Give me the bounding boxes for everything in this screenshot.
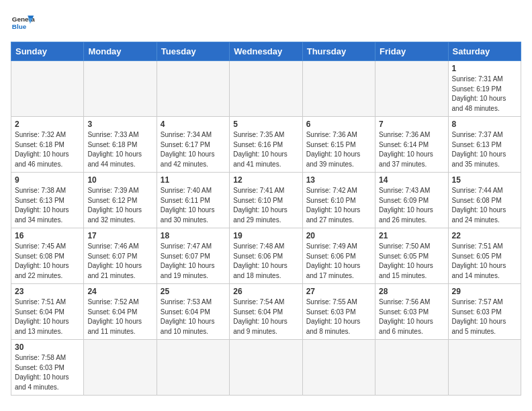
calendar-cell: 25Sunrise: 7:53 AM Sunset: 6:04 PM Dayli… bbox=[157, 284, 229, 340]
calendar-cell: 30Sunrise: 7:58 AM Sunset: 6:03 PM Dayli… bbox=[11, 340, 84, 396]
day-info: Sunrise: 7:36 AM Sunset: 6:15 PM Dayligh… bbox=[306, 130, 371, 169]
day-number: 14 bbox=[379, 175, 444, 185]
calendar-cell: 24Sunrise: 7:52 AM Sunset: 6:04 PM Dayli… bbox=[84, 284, 157, 340]
week-row-3: 16Sunrise: 7:45 AM Sunset: 6:08 PM Dayli… bbox=[11, 228, 521, 284]
week-row-4: 23Sunrise: 7:51 AM Sunset: 6:04 PM Dayli… bbox=[11, 284, 521, 340]
calendar-cell: 3Sunrise: 7:33 AM Sunset: 6:18 PM Daylig… bbox=[84, 117, 157, 173]
day-number: 1 bbox=[452, 64, 517, 73]
day-number: 20 bbox=[306, 231, 371, 240]
weekday-header-saturday: Saturday bbox=[448, 42, 521, 61]
day-info: Sunrise: 7:34 AM Sunset: 6:17 PM Dayligh… bbox=[161, 130, 226, 169]
day-number: 15 bbox=[452, 175, 517, 185]
day-number: 25 bbox=[161, 287, 226, 296]
day-number: 30 bbox=[15, 342, 80, 352]
calendar-cell: 27Sunrise: 7:55 AM Sunset: 6:03 PM Dayli… bbox=[302, 284, 375, 340]
header: General Blue bbox=[11, 11, 521, 35]
week-row-2: 9Sunrise: 7:38 AM Sunset: 6:13 PM Daylig… bbox=[11, 173, 521, 228]
day-number: 23 bbox=[15, 287, 80, 296]
weekday-header-friday: Friday bbox=[375, 42, 448, 61]
day-info: Sunrise: 7:54 AM Sunset: 6:04 PM Dayligh… bbox=[233, 298, 298, 336]
day-number: 21 bbox=[379, 231, 444, 240]
day-number: 6 bbox=[306, 120, 371, 129]
day-number: 19 bbox=[233, 231, 298, 240]
day-info: Sunrise: 7:32 AM Sunset: 6:18 PM Dayligh… bbox=[15, 130, 80, 169]
calendar-cell bbox=[302, 61, 375, 117]
calendar-cell: 9Sunrise: 7:38 AM Sunset: 6:13 PM Daylig… bbox=[11, 173, 84, 228]
day-number: 24 bbox=[87, 287, 152, 296]
calendar-cell: 13Sunrise: 7:42 AM Sunset: 6:10 PM Dayli… bbox=[302, 173, 375, 228]
day-number: 16 bbox=[15, 231, 80, 240]
calendar-cell bbox=[11, 61, 84, 117]
day-info: Sunrise: 7:57 AM Sunset: 6:03 PM Dayligh… bbox=[452, 298, 517, 336]
day-number: 10 bbox=[87, 175, 152, 185]
calendar-cell bbox=[157, 61, 229, 117]
weekday-header-sunday: Sunday bbox=[11, 42, 84, 61]
day-info: Sunrise: 7:41 AM Sunset: 6:10 PM Dayligh… bbox=[233, 186, 298, 225]
day-number: 26 bbox=[233, 287, 298, 296]
calendar-cell bbox=[84, 61, 157, 117]
day-info: Sunrise: 7:31 AM Sunset: 6:19 PM Dayligh… bbox=[452, 75, 517, 113]
calendar-cell: 4Sunrise: 7:34 AM Sunset: 6:17 PM Daylig… bbox=[157, 117, 229, 173]
day-number: 4 bbox=[161, 120, 226, 129]
calendar-cell bbox=[302, 340, 375, 396]
day-info: Sunrise: 7:47 AM Sunset: 6:07 PM Dayligh… bbox=[161, 242, 226, 281]
day-info: Sunrise: 7:36 AM Sunset: 6:14 PM Dayligh… bbox=[379, 130, 444, 169]
svg-text:Blue: Blue bbox=[12, 23, 27, 30]
calendar-cell: 20Sunrise: 7:49 AM Sunset: 6:06 PM Dayli… bbox=[302, 228, 375, 284]
day-info: Sunrise: 7:48 AM Sunset: 6:06 PM Dayligh… bbox=[233, 242, 298, 281]
day-number: 29 bbox=[452, 287, 517, 296]
logo: General Blue bbox=[11, 11, 35, 35]
day-info: Sunrise: 7:33 AM Sunset: 6:18 PM Dayligh… bbox=[87, 130, 152, 169]
day-number: 12 bbox=[233, 175, 298, 185]
calendar-cell bbox=[230, 61, 302, 117]
calendar-cell: 12Sunrise: 7:41 AM Sunset: 6:10 PM Dayli… bbox=[230, 173, 302, 228]
day-info: Sunrise: 7:50 AM Sunset: 6:05 PM Dayligh… bbox=[379, 242, 444, 281]
day-info: Sunrise: 7:55 AM Sunset: 6:03 PM Dayligh… bbox=[306, 298, 371, 336]
calendar-cell: 19Sunrise: 7:48 AM Sunset: 6:06 PM Dayli… bbox=[230, 228, 302, 284]
calendar-cell bbox=[375, 61, 448, 117]
calendar-cell bbox=[84, 340, 157, 396]
day-info: Sunrise: 7:38 AM Sunset: 6:13 PM Dayligh… bbox=[15, 186, 80, 225]
calendar-cell: 16Sunrise: 7:45 AM Sunset: 6:08 PM Dayli… bbox=[11, 228, 84, 284]
calendar-cell: 7Sunrise: 7:36 AM Sunset: 6:14 PM Daylig… bbox=[375, 117, 448, 173]
day-info: Sunrise: 7:53 AM Sunset: 6:04 PM Dayligh… bbox=[161, 298, 226, 336]
day-number: 8 bbox=[452, 120, 517, 129]
calendar-cell bbox=[157, 340, 229, 396]
calendar-cell bbox=[448, 340, 521, 396]
calendar-cell: 11Sunrise: 7:40 AM Sunset: 6:11 PM Dayli… bbox=[157, 173, 229, 228]
day-number: 13 bbox=[306, 175, 371, 185]
day-number: 27 bbox=[306, 287, 371, 296]
calendar-cell: 23Sunrise: 7:51 AM Sunset: 6:04 PM Dayli… bbox=[11, 284, 84, 340]
calendar-cell: 5Sunrise: 7:35 AM Sunset: 6:16 PM Daylig… bbox=[230, 117, 302, 173]
day-number: 2 bbox=[15, 120, 80, 129]
calendar-cell: 10Sunrise: 7:39 AM Sunset: 6:12 PM Dayli… bbox=[84, 173, 157, 228]
day-number: 11 bbox=[161, 175, 226, 185]
day-info: Sunrise: 7:44 AM Sunset: 6:08 PM Dayligh… bbox=[452, 186, 517, 225]
day-info: Sunrise: 7:39 AM Sunset: 6:12 PM Dayligh… bbox=[87, 186, 152, 225]
day-info: Sunrise: 7:43 AM Sunset: 6:09 PM Dayligh… bbox=[379, 186, 444, 225]
day-number: 17 bbox=[87, 231, 152, 240]
logo-icon: General Blue bbox=[11, 11, 35, 35]
day-info: Sunrise: 7:45 AM Sunset: 6:08 PM Dayligh… bbox=[15, 242, 80, 281]
day-number: 22 bbox=[452, 231, 517, 240]
day-info: Sunrise: 7:56 AM Sunset: 6:03 PM Dayligh… bbox=[379, 298, 444, 336]
calendar-cell: 21Sunrise: 7:50 AM Sunset: 6:05 PM Dayli… bbox=[375, 228, 448, 284]
day-info: Sunrise: 7:52 AM Sunset: 6:04 PM Dayligh… bbox=[87, 298, 152, 336]
week-row-1: 2Sunrise: 7:32 AM Sunset: 6:18 PM Daylig… bbox=[11, 117, 521, 173]
calendar-cell: 1Sunrise: 7:31 AM Sunset: 6:19 PM Daylig… bbox=[448, 61, 521, 117]
day-number: 7 bbox=[379, 120, 444, 129]
day-number: 9 bbox=[15, 175, 80, 185]
calendar-cell: 2Sunrise: 7:32 AM Sunset: 6:18 PM Daylig… bbox=[11, 117, 84, 173]
calendar-cell: 26Sunrise: 7:54 AM Sunset: 6:04 PM Dayli… bbox=[230, 284, 302, 340]
weekday-header-tuesday: Tuesday bbox=[157, 42, 229, 61]
day-info: Sunrise: 7:40 AM Sunset: 6:11 PM Dayligh… bbox=[161, 186, 226, 225]
calendar-cell: 18Sunrise: 7:47 AM Sunset: 6:07 PM Dayli… bbox=[157, 228, 229, 284]
day-info: Sunrise: 7:49 AM Sunset: 6:06 PM Dayligh… bbox=[306, 242, 371, 281]
day-info: Sunrise: 7:35 AM Sunset: 6:16 PM Dayligh… bbox=[233, 130, 298, 169]
day-info: Sunrise: 7:51 AM Sunset: 6:05 PM Dayligh… bbox=[452, 242, 517, 281]
day-info: Sunrise: 7:58 AM Sunset: 6:03 PM Dayligh… bbox=[15, 353, 80, 392]
calendar-cell: 17Sunrise: 7:46 AM Sunset: 6:07 PM Dayli… bbox=[84, 228, 157, 284]
day-info: Sunrise: 7:37 AM Sunset: 6:13 PM Dayligh… bbox=[452, 130, 517, 169]
calendar-cell: 28Sunrise: 7:56 AM Sunset: 6:03 PM Dayli… bbox=[375, 284, 448, 340]
weekday-header-wednesday: Wednesday bbox=[230, 42, 302, 61]
